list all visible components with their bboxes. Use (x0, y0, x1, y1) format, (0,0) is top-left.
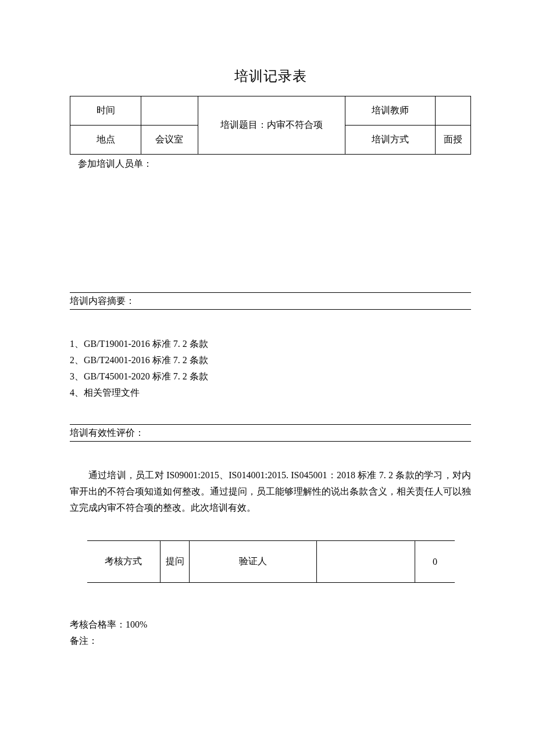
teacher-value (435, 96, 470, 126)
time-value (141, 96, 198, 126)
method-label: 培训方式 (345, 126, 435, 155)
assess-method-value: 提问 (160, 541, 189, 583)
content-summary-header: 培训内容摘要： (70, 292, 471, 310)
content-summary-list: 1、GB/T19001-2016 标准 7. 2 条款 2、GB/T24001-… (70, 310, 471, 401)
time-label: 时间 (70, 96, 141, 126)
verifier-label: 验证人 (190, 541, 317, 583)
training-topic: 培训题目：内审不符合项 (198, 96, 345, 155)
place-value: 会议室 (141, 126, 198, 155)
assess-method-label: 考核方式 (87, 541, 160, 583)
remark-label: 备注： (70, 633, 471, 649)
attendee-list-label: 参加培训人员单： (70, 155, 471, 170)
evaluation-header: 培训有效性评价： (70, 424, 471, 442)
evaluation-paragraph: 通过培训，员工对 IS09001:2015、IS014001:2015. IS0… (70, 467, 471, 516)
content-item: 3、GB/T45001-2020 标准 7. 2 条款 (70, 368, 471, 385)
evaluation-text: 通过培训，员工对 IS09001:2015、IS014001:2015. IS0… (70, 442, 471, 516)
content-item: 2、GB/T24001-2016 标准 7. 2 条款 (70, 352, 471, 368)
verifier-value (317, 541, 415, 583)
content-item: 1、GB/T19001-2016 标准 7. 2 条款 (70, 336, 471, 352)
method-value: 面授 (435, 126, 470, 155)
content-item: 4、相关管理文件 (70, 385, 471, 401)
training-info-table: 时间 培训题目：内审不符合项 培训教师 地点 会议室 培训方式 面授 (70, 96, 471, 155)
teacher-label: 培训教师 (345, 96, 435, 126)
assess-extra: 0 (415, 541, 455, 583)
place-label: 地点 (70, 126, 141, 155)
pass-rate: 考核合格率：100% (70, 617, 471, 633)
page-title: 培训记录表 (70, 67, 471, 85)
assessment-table: 考核方式 提问 验证人 0 (87, 540, 455, 583)
